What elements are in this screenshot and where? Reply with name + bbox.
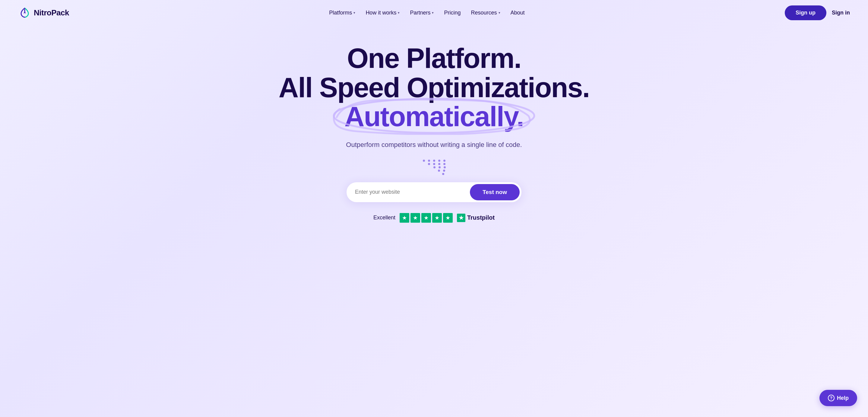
hero-subtitle: Outperform competitors without writing a…	[346, 141, 522, 149]
trustpilot-logo: ★ Trustpilot	[457, 214, 495, 222]
navbar: NitroPack Platforms ▾ How it works ▾ Par…	[0, 0, 868, 26]
chevron-down-icon: ▾	[499, 11, 500, 15]
star-rating: ★ ★ ★ ★ ★	[400, 213, 453, 223]
website-input[interactable]	[355, 189, 470, 195]
signin-button[interactable]: Sign in	[832, 10, 850, 16]
star-1: ★	[400, 213, 409, 223]
excellent-label: Excellent	[373, 214, 395, 221]
trustpilot-row: Excellent ★ ★ ★ ★ ★ ★ Trustpilot	[373, 213, 495, 223]
chevron-down-icon: ▾	[432, 11, 434, 15]
help-circle-icon: ?	[828, 395, 835, 401]
nav-item-how-it-works[interactable]: How it works ▾	[361, 7, 404, 19]
nav-item-pricing[interactable]: Pricing	[440, 7, 465, 19]
star-5: ★	[443, 213, 453, 223]
star-3: ★	[421, 213, 431, 223]
nav-item-partners[interactable]: Partners ▾	[406, 7, 438, 19]
trustpilot-icon: ★	[457, 214, 465, 222]
nav-item-resources[interactable]: Resources ▾	[467, 7, 504, 19]
signup-button[interactable]: Sign up	[785, 5, 826, 20]
nav-item-about[interactable]: About	[506, 7, 529, 19]
dotted-arrow-decoration	[423, 159, 446, 175]
hero-title-auto: Automatically.	[344, 102, 524, 131]
logo-text: NitroPack	[34, 8, 69, 18]
star-4: ★	[432, 213, 442, 223]
test-now-button[interactable]: Test now	[470, 184, 520, 200]
chevron-down-icon: ▾	[353, 11, 355, 15]
logo-link[interactable]: NitroPack	[18, 6, 69, 20]
star-2: ★	[410, 213, 420, 223]
url-input-row: Test now	[346, 182, 522, 202]
hero-title: One Platform. All Speed Optimizations. A…	[279, 44, 590, 131]
nav-links: Platforms ▾ How it works ▾ Partners ▾ Pr…	[325, 7, 529, 19]
nitropack-logo-icon	[18, 6, 31, 20]
chevron-down-icon: ▾	[398, 11, 400, 15]
help-button[interactable]: ? Help	[819, 390, 857, 406]
nav-actions: Sign up Sign in	[785, 5, 850, 20]
nav-item-platforms[interactable]: Platforms ▾	[325, 7, 360, 19]
hero-section: One Platform. All Speed Optimizations. A…	[0, 26, 868, 235]
